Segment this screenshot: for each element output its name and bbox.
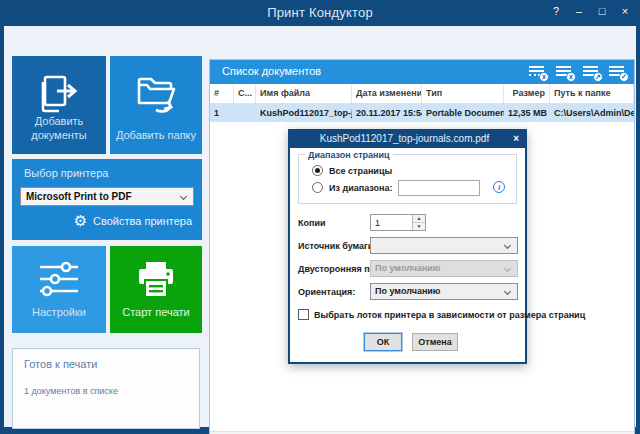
add-folder-button[interactable]: Добавить папку — [110, 56, 202, 154]
start-print-button[interactable]: Старт печати — [110, 246, 202, 333]
tray-checkbox-label: Выбрать лоток принтера в зависимости от … — [314, 310, 585, 320]
printer-icon — [110, 258, 202, 304]
cell-number: 1 — [210, 104, 234, 122]
from-range-label: Из диапазона: — [329, 183, 392, 193]
status-count-text: 1 документов в списке — [24, 386, 118, 396]
copies-stepper[interactable]: 1 ▲ ▼ — [370, 214, 426, 231]
page-range-legend: Диапазон страниц — [305, 150, 393, 160]
paper-source-select[interactable] — [370, 237, 518, 254]
add-folder-icon — [110, 70, 202, 122]
orientation-value: По умолчанию — [375, 286, 441, 296]
spinner-down-icon[interactable]: ▼ — [413, 223, 425, 231]
printer-select-value: Microsoft Print to PDF — [26, 191, 132, 202]
remove-document-icon[interactable]: x — [529, 65, 546, 79]
ok-button[interactable]: ОК — [364, 333, 402, 351]
save-list-icon[interactable]: ✓ — [609, 65, 626, 79]
clear-list-icon[interactable]: x — [556, 65, 573, 79]
duplex-select: По умолчанию — [370, 260, 518, 277]
cell-path: C:\Users\Admin\Desktop\ — [550, 104, 634, 122]
add-documents-label: Добавить документы — [16, 114, 102, 142]
info-icon: i — [493, 181, 505, 193]
cell-filename: KushPod112017_top-jou... — [256, 104, 352, 122]
printer-select[interactable]: Microsoft Print to PDF — [20, 187, 194, 206]
chevron-down-icon — [504, 265, 511, 272]
print-options-dialog: KushPod112017_top-journals.com.pdf × Диа… — [288, 129, 527, 364]
cell-size: 12,35 MB — [504, 104, 550, 122]
printer-panel: Выбор принтера Microsoft Print to PDF ⚙ … — [12, 159, 202, 240]
printer-section-title: Выбор принтера — [24, 167, 108, 179]
open-badge: ↗ — [593, 72, 603, 82]
cell-type: Portable Document F... — [422, 104, 504, 122]
status-box: Готов к печати 1 документов в списке — [12, 348, 200, 429]
duplex-value: По умолчанию — [375, 263, 441, 273]
table-column-headers: # С... Имя файла Дата изменения Тип Разм… — [210, 84, 634, 104]
minimize-button[interactable]: – — [574, 5, 584, 17]
status-ready-text: Готов к печати — [24, 358, 97, 370]
tray-checkbox[interactable] — [298, 309, 309, 320]
save-badge: ✓ — [619, 72, 629, 82]
app-window: Принт Кондуктор ? – □ × Добавить докумен… — [0, 0, 640, 434]
maximize-button[interactable]: □ — [597, 5, 607, 17]
col-path[interactable]: Путь к папке — [550, 84, 634, 103]
sliders-icon — [12, 258, 106, 302]
col-number[interactable]: # — [210, 84, 234, 103]
settings-button[interactable]: Настройки — [12, 246, 106, 333]
col-type[interactable]: Тип — [422, 84, 504, 103]
col-status[interactable]: С... — [234, 84, 256, 103]
title-bar: Принт Кондуктор ? – □ × — [0, 0, 640, 26]
range-input[interactable] — [398, 180, 480, 196]
col-filename[interactable]: Имя файла — [256, 84, 352, 103]
printer-properties-button[interactable]: ⚙ Свойства принтера — [74, 213, 192, 228]
add-folder-label: Добавить папку — [114, 128, 198, 142]
col-size[interactable]: Размер — [504, 84, 550, 103]
window-title: Принт Кондуктор — [0, 5, 640, 20]
cell-status — [234, 104, 256, 122]
dialog-body: Диапазон страниц Все страницы Из диапазо… — [290, 148, 525, 362]
cell-date: 20.11.2017 15:54 — [352, 104, 422, 122]
dialog-title: KushPod112017_top-journals.com.pdf — [304, 133, 505, 144]
chevron-down-icon — [504, 242, 511, 249]
open-list-icon[interactable]: ↗ — [583, 65, 600, 79]
gear-icon: ⚙ — [74, 213, 87, 228]
page-range-group: Диапазон страниц Все страницы Из диапазо… — [298, 154, 517, 204]
document-list-header: Список документов x x ↗ ✓ — [210, 60, 634, 84]
copies-label: Копии — [298, 218, 326, 228]
settings-label: Настройки — [16, 305, 102, 319]
start-print-label: Старт печати — [114, 305, 198, 319]
table-row[interactable]: 1 KushPod112017_top-jou... 20.11.2017 15… — [210, 104, 634, 122]
printer-properties-label: Свойства принтера — [93, 215, 192, 227]
document-list-title: Список документов — [222, 65, 321, 77]
clear-badge: x — [566, 72, 576, 82]
copies-value: 1 — [375, 218, 380, 228]
from-range-radio[interactable] — [312, 182, 323, 193]
chevron-down-icon — [504, 288, 511, 295]
remove-badge: x — [539, 72, 549, 82]
all-pages-radio[interactable] — [312, 165, 323, 176]
dialog-close-button[interactable]: × — [513, 133, 519, 144]
all-pages-label: Все страницы — [329, 166, 392, 176]
close-button[interactable]: × — [620, 5, 630, 17]
content-area: Добавить документы Добавить папку Выбор … — [4, 26, 636, 427]
spinner-up-icon[interactable]: ▲ — [413, 215, 425, 223]
paper-source-label: Источник бумаги — [298, 241, 373, 251]
add-documents-button[interactable]: Добавить документы — [12, 56, 106, 154]
chevron-down-icon — [180, 193, 187, 200]
dialog-title-bar: KushPod112017_top-journals.com.pdf × — [290, 131, 525, 148]
orientation-label: Ориентация: — [298, 287, 355, 297]
orientation-select[interactable]: По умолчанию — [370, 283, 518, 300]
cancel-button[interactable]: Отмена — [412, 333, 458, 351]
help-button[interactable]: ? — [551, 5, 561, 17]
col-date[interactable]: Дата изменения — [352, 84, 422, 103]
